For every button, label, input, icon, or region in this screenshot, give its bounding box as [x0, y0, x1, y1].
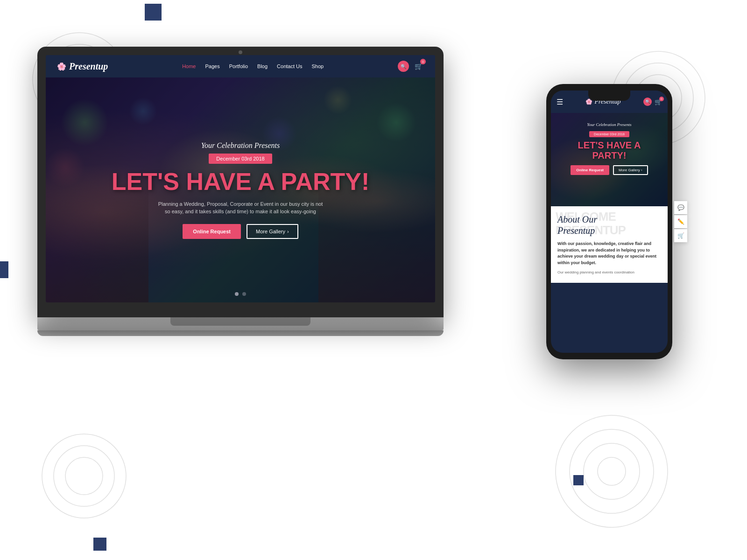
nav-action-icons: 🔍 🛒 0	[398, 61, 424, 72]
decorative-circles-br	[551, 411, 672, 532]
shop-icon: 🛒	[677, 232, 684, 239]
laptop-mockup: 🌸 Presentup Home Pages Portfolio Blog Co…	[37, 47, 444, 383]
phone-hero-content: Your Celebration Presents December 03rd …	[551, 113, 668, 175]
chevron-right-icon: ›	[287, 229, 289, 234]
nav-shop[interactable]: Shop	[312, 63, 324, 69]
decorative-square-2	[0, 261, 8, 278]
phone-shop-icon[interactable]: 🛒	[674, 229, 687, 242]
phone-notch	[588, 91, 630, 101]
logo-butterfly-icon: 🌸	[57, 62, 66, 71]
phone-search-icon: 🔍	[645, 99, 650, 104]
more-gallery-button[interactable]: More Gallery ›	[247, 224, 298, 239]
phone-cart-badge: 0	[659, 97, 664, 101]
phone-about-section: WELCOME PRESENTUP About Our Presentup Wi…	[551, 206, 668, 283]
svg-point-11	[556, 415, 668, 527]
nav-pages[interactable]: Pages	[205, 63, 219, 69]
phone-title-line1: LET'S HAVE A	[578, 140, 641, 150]
hero-description: Planning a Wedding, Proposal, Corporate …	[156, 200, 324, 216]
laptop-base	[37, 317, 444, 330]
laptop-screen: 🌸 Presentup Home Pages Portfolio Blog Co…	[46, 55, 435, 302]
nav-blog[interactable]: Blog	[257, 63, 268, 69]
hero-subtitle: Your Celebration Presents	[112, 141, 370, 150]
search-icon: 🔍	[401, 64, 406, 69]
phone-online-request-button[interactable]: Online Request	[571, 165, 609, 175]
edit-icon: ✏️	[677, 218, 684, 225]
phone-hero-section: Your Celebration Presents December 03rd …	[551, 113, 668, 206]
cart-badge: 0	[420, 59, 426, 64]
phone-hero-buttons: Online Request More Gallery ›	[551, 165, 668, 175]
site-logo: 🌸 Presentup	[57, 61, 108, 72]
phone-more-gallery-button[interactable]: More Gallery ›	[613, 165, 648, 175]
svg-point-4	[42, 434, 126, 518]
laptop-camera	[239, 50, 242, 54]
decorative-circles-bl	[37, 429, 131, 523]
hero-section: Your Celebration Presents December 03rd …	[46, 77, 435, 302]
decorative-square-1	[145, 4, 162, 21]
nav-portfolio[interactable]: Portfolio	[229, 63, 248, 69]
hero-title: LET'S HAVE A PARTY!	[112, 169, 370, 194]
hero-content: Your Celebration Presents December 03rd …	[112, 141, 370, 239]
logo-text: Presentup	[69, 61, 108, 72]
phone-nav-icons: 🔍 🛒 0	[643, 98, 662, 106]
nav-contact[interactable]: Contact Us	[277, 63, 302, 69]
svg-point-12	[570, 429, 654, 513]
decorative-square-4	[93, 538, 106, 551]
svg-point-13	[584, 443, 640, 499]
laptop-stand	[170, 317, 310, 326]
hero-buttons: Online Request More Gallery ›	[112, 224, 370, 239]
nav-home[interactable]: Home	[182, 63, 196, 69]
svg-point-14	[598, 457, 626, 485]
phone-search-button[interactable]: 🔍	[643, 98, 652, 106]
decorative-square-3	[573, 475, 584, 485]
phone-chat-icon[interactable]: 💬	[674, 201, 687, 214]
phone-mockup: ☰ 🌸 Presentup 🔍 🛒 0	[546, 84, 672, 359]
site-navigation: 🌸 Presentup Home Pages Portfolio Blog Co…	[46, 55, 435, 77]
hamburger-icon[interactable]: ☰	[557, 98, 563, 106]
about-text-regular: Our wedding planning and events coordina…	[557, 270, 661, 275]
phone-hero-title: LET'S HAVE A PARTY!	[551, 140, 668, 161]
svg-point-5	[54, 446, 114, 506]
hero-title-line1: LET'S HAVE A	[112, 168, 274, 195]
chat-icon: 💬	[677, 204, 684, 211]
about-title: About Our Presentup	[557, 214, 661, 236]
online-request-button[interactable]: Online Request	[183, 224, 241, 239]
phone-hero-subtitle: Your Celebration Presents	[551, 122, 668, 127]
phone-date-badge: December 03rd 2018	[589, 131, 629, 137]
hero-title-highlight: PARTY!	[281, 168, 370, 195]
hero-date-badge: December 03rd 2018	[209, 154, 272, 164]
search-button[interactable]: 🔍	[398, 61, 409, 72]
site-menu: Home Pages Portfolio Blog Contact Us Sho…	[182, 63, 324, 69]
phone-screen: ☰ 🌸 Presentup 🔍 🛒 0	[551, 91, 668, 353]
laptop-foot	[37, 330, 444, 336]
phone-cart-button[interactable]: 🛒 0	[655, 98, 662, 105]
about-text-bold: With our passion, knowledge, creative fl…	[557, 241, 661, 266]
phone-body: ☰ 🌸 Presentup 🔍 🛒 0	[546, 84, 672, 359]
phone-title-highlight: PARTY!	[592, 150, 627, 161]
cart-button[interactable]: 🛒 0	[413, 61, 424, 72]
phone-side-icons: 💬 ✏️ 🛒	[674, 201, 687, 242]
svg-point-6	[65, 457, 103, 495]
phone-edit-icon[interactable]: ✏️	[674, 215, 687, 228]
